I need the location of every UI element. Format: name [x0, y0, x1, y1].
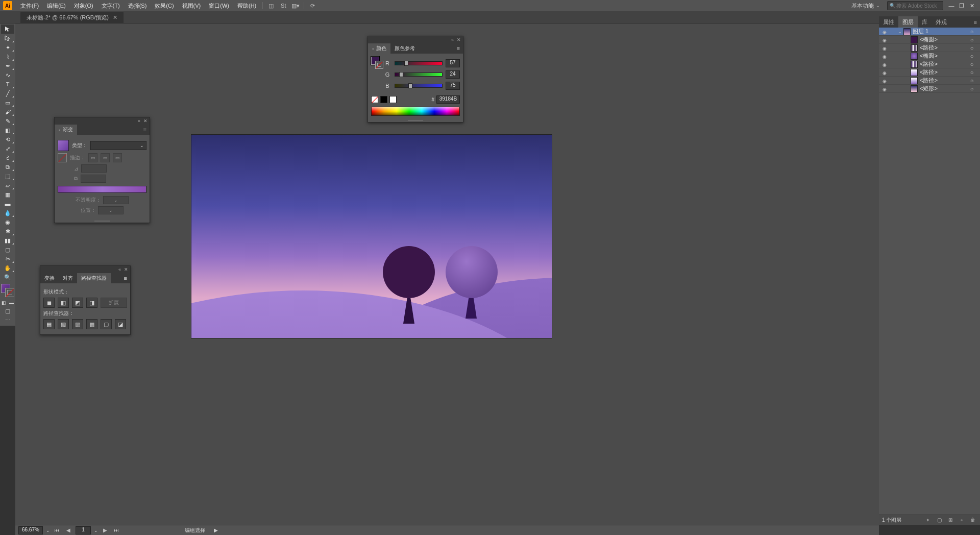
arrange-icon[interactable]: ▥▾: [291, 2, 300, 10]
layer-row[interactable]: <路径>○: [879, 68, 980, 77]
visibility-icon[interactable]: [879, 61, 890, 67]
delete-layer-icon[interactable]: 🗑: [969, 516, 977, 524]
visibility-icon[interactable]: [879, 69, 890, 76]
aspect-input[interactable]: [81, 175, 106, 183]
intersect-button[interactable]: ◩: [72, 298, 83, 308]
close-panel-icon[interactable]: ✕: [124, 267, 128, 272]
free-transform-tool[interactable]: ⧉: [1, 162, 14, 172]
expand-icon[interactable]: ⌄: [896, 29, 903, 34]
new-layer-icon[interactable]: ▫: [958, 516, 966, 524]
color-panel-head[interactable]: « ✕: [368, 36, 463, 43]
align-tab[interactable]: 对齐: [59, 273, 77, 283]
b-slider-thumb[interactable]: [408, 83, 412, 88]
target-icon[interactable]: ○: [968, 29, 976, 35]
gradient-stroke-proxy[interactable]: [58, 153, 67, 162]
opacity-input[interactable]: ⌄: [103, 196, 129, 204]
close-icon[interactable]: ✕: [967, 1, 977, 11]
shape-builder-tool[interactable]: ⬚: [1, 172, 14, 181]
type-select[interactable]: ⌄: [90, 141, 146, 150]
pathfinder-panel[interactable]: « ✕ 变换 对齐 路径查找器 ≡ 形状模式： ◼ ◧ ◩ ◨ 扩展 路径查找器…: [40, 265, 131, 335]
popout-icon[interactable]: ▶: [212, 527, 219, 534]
position-input[interactable]: ⌄: [98, 206, 124, 214]
locate-object-icon[interactable]: ⌖: [924, 516, 932, 524]
minimize-icon[interactable]: —: [946, 1, 957, 11]
width-tool[interactable]: ⫔: [1, 153, 14, 162]
lasso-tool[interactable]: ⌇: [1, 52, 14, 61]
make-clip-icon[interactable]: ▢: [935, 516, 943, 524]
stock-icon[interactable]: St: [279, 2, 287, 10]
layers-tab[interactable]: 图层: [898, 16, 918, 28]
close-tab-icon[interactable]: ✕: [113, 14, 117, 21]
layer-row[interactable]: <椭圆>○: [879, 52, 980, 60]
fill-stroke-swatch[interactable]: [1, 284, 14, 297]
pathfinder-panel-head[interactable]: « ✕: [40, 266, 130, 273]
g-slider[interactable]: [395, 72, 443, 77]
gradient-panel-menu-icon[interactable]: ≡: [140, 127, 150, 133]
layer-row[interactable]: ⌄图层 1○: [879, 28, 980, 36]
magic-wand-tool[interactable]: ✦: [1, 43, 14, 52]
perspective-tool[interactable]: ▱: [1, 181, 14, 190]
first-artboard-icon[interactable]: ⏮: [53, 526, 61, 534]
angle-input[interactable]: [81, 164, 107, 173]
menu-view[interactable]: 视图(V): [178, 0, 205, 11]
color-mode-icon[interactable]: ◧: [0, 299, 8, 306]
resize-grip[interactable]: [55, 220, 150, 223]
exclude-button[interactable]: ◨: [86, 298, 97, 308]
g-slider-thumb[interactable]: [399, 72, 403, 77]
gradient-tab[interactable]: ◦渐变: [55, 125, 77, 135]
layer-row[interactable]: <路径>○: [879, 60, 980, 68]
zoom-dropdown-icon[interactable]: ⌄: [46, 528, 50, 533]
menu-window[interactable]: 窗口(W): [205, 0, 233, 11]
layer-name[interactable]: <矩形>: [920, 85, 968, 92]
share-icon[interactable]: ◫: [267, 2, 275, 10]
close-panel-icon[interactable]: ✕: [143, 118, 148, 124]
visibility-icon[interactable]: [879, 53, 890, 59]
menu-help[interactable]: 帮助(H): [233, 0, 260, 11]
gradient-swatch[interactable]: [58, 140, 69, 151]
target-icon[interactable]: ○: [968, 86, 976, 92]
black-swatch[interactable]: [380, 96, 387, 103]
transform-tab[interactable]: 变换: [40, 273, 59, 283]
close-panel-icon[interactable]: ✕: [457, 37, 461, 42]
gradient-panel-head[interactable]: « ✕: [55, 117, 150, 125]
zoom-input[interactable]: 66.67%: [18, 526, 43, 534]
layer-name[interactable]: 图层 1: [913, 28, 968, 35]
zoom-tool[interactable]: 🔍: [1, 273, 14, 282]
none-swatch[interactable]: [371, 96, 378, 103]
r-value[interactable]: 57: [446, 59, 460, 67]
hand-tool[interactable]: ✋: [1, 263, 14, 273]
workspace-select[interactable]: 基本功能 ⌄: [847, 1, 884, 11]
color-panel-menu-icon[interactable]: ≡: [454, 45, 463, 52]
mesh-tool[interactable]: ▦: [1, 190, 14, 199]
search-box[interactable]: 🔍: [887, 1, 943, 10]
expand-button[interactable]: 扩展: [101, 298, 127, 308]
search-input[interactable]: [896, 3, 941, 9]
collapse-icon[interactable]: «: [118, 267, 121, 272]
layer-name[interactable]: <椭圆>: [920, 36, 968, 43]
line-tool[interactable]: ╱: [1, 89, 14, 98]
pencil-tool[interactable]: ✎: [1, 116, 14, 126]
menu-select[interactable]: 选择(S): [124, 0, 151, 11]
gradient-mode-icon[interactable]: ▬: [8, 299, 15, 306]
target-icon[interactable]: ○: [968, 45, 976, 51]
b-value[interactable]: 75: [446, 82, 460, 90]
color-tab[interactable]: ◦颜色: [368, 43, 390, 54]
menu-type[interactable]: 文字(T): [97, 0, 124, 11]
merge-button[interactable]: ▨: [72, 319, 83, 329]
gradient-bar[interactable]: [58, 186, 146, 193]
pen-tool[interactable]: ✒: [1, 61, 14, 70]
artboard-dropdown-icon[interactable]: ⌄: [94, 528, 98, 533]
eraser-tool[interactable]: ◧: [1, 126, 14, 135]
rectangle-tool[interactable]: ▭: [1, 98, 14, 107]
maximize-icon[interactable]: ❐: [957, 1, 967, 11]
type-tool[interactable]: T: [1, 80, 14, 89]
pathfinder-tab[interactable]: 路径查找器: [77, 273, 111, 283]
layer-name[interactable]: <路径>: [920, 68, 968, 76]
minus-back-button[interactable]: ◪: [115, 319, 126, 329]
stroke-swatch[interactable]: [5, 288, 14, 297]
crop-button[interactable]: ▩: [86, 319, 97, 329]
layer-name[interactable]: <路径>: [920, 44, 968, 52]
slice-tool[interactable]: ✂: [1, 254, 14, 263]
layer-row[interactable]: <椭圆>○: [879, 36, 980, 44]
resize-grip[interactable]: [368, 119, 463, 122]
